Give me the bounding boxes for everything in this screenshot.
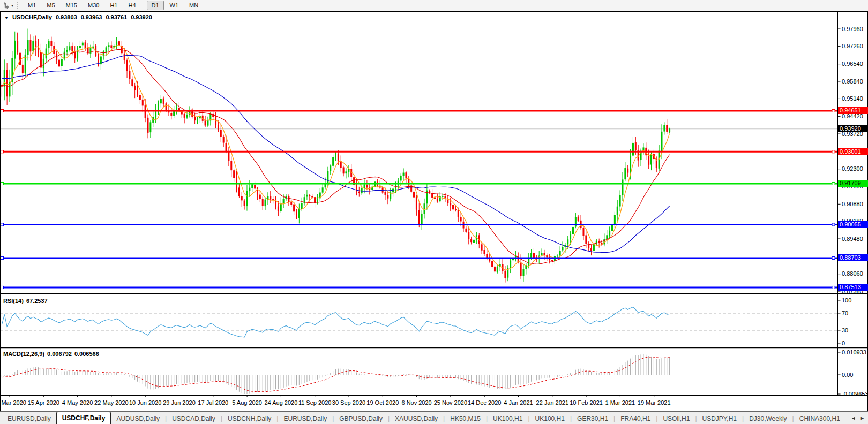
rsi-tick-label: 0 xyxy=(842,340,845,346)
chart-tab-eurusd-daily[interactable]: EURUSD,Daily xyxy=(2,413,56,424)
date-label: 25 Nov 2020 xyxy=(434,399,467,406)
timeframe-toolbar: ▾ M1M5M15M30H1H4D1W1MN xyxy=(0,0,868,11)
timeframe-button-d1[interactable]: D1 xyxy=(147,1,164,10)
chart-tabs: EURUSD,DailyUSDCHF,DailyAUDUSD,Daily|USD… xyxy=(0,412,848,424)
chart-tab-usdcad-daily[interactable]: USDCAD,Daily xyxy=(167,413,221,424)
chart-tab-fra40-h1[interactable]: FRA40,H1 xyxy=(615,413,656,424)
timeframe-button-mn[interactable]: MN xyxy=(184,1,203,10)
price-tick-label: 0.95840 xyxy=(842,78,863,85)
rsi-tick-label: 30 xyxy=(842,327,848,334)
timeframe-button-h1[interactable]: H1 xyxy=(105,1,122,10)
chart-tab-hk50-m15[interactable]: HK50,M15 xyxy=(445,413,486,424)
price-tick-label: 0.90880 xyxy=(842,201,863,207)
chart-tab-usdcnh-daily[interactable]: USDCNH,Daily xyxy=(222,413,276,424)
date-label: 22 May 2020 xyxy=(94,399,129,406)
timeframe-button-h4[interactable]: H4 xyxy=(123,1,140,10)
price-tick-label: 0.89480 xyxy=(842,236,863,242)
date-label: 29 Jun 2020 xyxy=(163,399,196,406)
tab-scroll-left-icon[interactable]: ◄ xyxy=(851,415,856,421)
date-label: 5 Aug 2020 xyxy=(232,399,262,406)
macd-tick-label: -0.009653 xyxy=(842,391,868,397)
chart-tab-bar: EURUSD,DailyUSDCHF,DailyAUDUSD,Daily|USD… xyxy=(0,411,868,424)
level-price-tag: 0.94651 xyxy=(838,107,868,114)
rsi-tick-label: 100 xyxy=(842,297,851,304)
price-tick-label: 0.88060 xyxy=(842,270,863,277)
price-chart-canvas[interactable] xyxy=(0,0,868,424)
date-label: 22 Jan 2021 xyxy=(536,399,569,406)
rsi-name: RSI(14) xyxy=(3,298,24,304)
date-label: 15 Apr 2020 xyxy=(28,399,59,406)
price-tick-label: 0.96540 xyxy=(842,60,863,67)
level-price-tag: 0.90055 xyxy=(838,221,868,228)
date-label: 11 Sep 2020 xyxy=(298,399,332,406)
date-label: 19 Oct 2020 xyxy=(366,399,399,406)
price-tick-label: 0.95140 xyxy=(842,95,863,102)
date-label: 6 Nov 2020 xyxy=(401,399,431,406)
chart-tab-dj30-weekly[interactable]: DJ30,Weekly xyxy=(744,413,792,424)
chart-tab-usdjpy-h1[interactable]: USDJPY,H1 xyxy=(697,413,742,424)
date-label: 4 May 2020 xyxy=(62,399,93,406)
date-label: 24 Aug 2020 xyxy=(264,399,297,406)
date-label: 30 Sep 2020 xyxy=(332,399,365,406)
macd-signal-value: 0.006566 xyxy=(74,351,99,357)
level-price-tag: 0.93001 xyxy=(838,148,868,155)
timeframe-button-m1[interactable]: M1 xyxy=(23,1,41,10)
date-label: 10 Jun 2020 xyxy=(129,399,162,406)
bid-price-tag: 0.93920 xyxy=(838,125,868,132)
chart-cursor-icon[interactable] xyxy=(2,1,11,10)
chart-tab-usoil-h1[interactable]: USOil,H1 xyxy=(657,413,695,424)
rsi-value: 67.2537 xyxy=(26,298,48,304)
level-price-tag: 0.88703 xyxy=(838,254,868,261)
date-label: 10 Feb 2021 xyxy=(570,399,603,406)
timeframe-buttons: M1M5M15M30H1H4D1W1MN xyxy=(23,1,204,10)
chart-tab-eurusd-daily[interactable]: EURUSD,Daily xyxy=(278,413,332,424)
tab-scroll-right-icon[interactable]: ► xyxy=(860,415,865,421)
chart-symbol-line: ▼USDCHF,Daily0.938030.939630.937610.9392… xyxy=(4,14,152,20)
macd-name: MACD(12,26,9) xyxy=(3,351,44,357)
ohlc-high: 0.93963 xyxy=(81,14,102,20)
macd-tick-label: 0.00 xyxy=(842,372,853,378)
mt4-window: ▾ M1M5M15M30H1H4D1W1MN ▼USDCHF,Daily0.93… xyxy=(0,0,868,424)
toolbar-separator xyxy=(144,2,144,9)
level-price-tag: 0.87513 xyxy=(838,284,868,291)
cursor-arrows-glyph xyxy=(3,2,10,9)
ohlc-open: 0.93803 xyxy=(56,14,77,20)
rsi-tick-label: 70 xyxy=(842,310,848,316)
chart-tab-ger30-h1[interactable]: GER30,H1 xyxy=(572,413,613,424)
timeframe-button-m30[interactable]: M30 xyxy=(83,1,104,10)
rsi-label: RSI(14)67.2537 xyxy=(3,298,50,304)
timeframe-button-m15[interactable]: M15 xyxy=(61,1,82,10)
macd-label: MACD(12,26,9)0.0067920.006566 xyxy=(3,351,102,357)
chart-tab-uk100-h1[interactable]: UK100,H1 xyxy=(530,413,570,424)
timeframe-button-w1[interactable]: W1 xyxy=(165,1,184,10)
date-label: 19 Mar 2021 xyxy=(638,399,671,406)
ohlc-low: 0.93761 xyxy=(106,14,127,20)
price-tick-label: 0.97960 xyxy=(842,26,863,32)
price-tick-label: 0.97260 xyxy=(842,43,863,49)
chart-tab-xauusd-daily[interactable]: XAUUSD,Daily xyxy=(390,413,443,424)
chart-tab-uk100-h1[interactable]: UK100,H1 xyxy=(488,413,528,424)
symbol-collapse-icon[interactable]: ▼ xyxy=(4,16,9,20)
tab-scroll-controls: ◄ ► xyxy=(848,412,868,424)
date-label: 27 Mar 2020 xyxy=(0,399,26,406)
date-label: 4 Jan 2021 xyxy=(504,399,533,406)
macd-main-value: 0.006792 xyxy=(47,351,72,357)
ohlc-close: 0.93920 xyxy=(131,14,152,20)
date-label: 1 Mar 2021 xyxy=(605,399,635,406)
price-tick-label: 0.92300 xyxy=(842,165,863,172)
date-label: 14 Dec 2020 xyxy=(468,399,501,406)
macd-tick-label: 0.010933 xyxy=(842,349,866,355)
symbol-title: USDCHF,Daily xyxy=(12,14,52,20)
chart-tab-usdchf-daily[interactable]: USDCHF,Daily xyxy=(56,412,111,424)
timeframe-button-m5[interactable]: M5 xyxy=(42,1,59,10)
chevron-down-icon[interactable]: ▾ xyxy=(11,3,13,8)
date-label: 17 Jul 2020 xyxy=(198,399,228,406)
chart-tab-audusd-daily[interactable]: AUDUSD,Daily xyxy=(111,413,165,424)
level-price-tag: 0.91709 xyxy=(838,180,868,187)
toolbar-gripper[interactable] xyxy=(17,2,19,9)
chart-tab-china300-h1[interactable]: CHINA300,H1 xyxy=(794,413,845,424)
chart-tab-gbpusd-daily[interactable]: GBPUSD,Daily xyxy=(334,413,388,424)
